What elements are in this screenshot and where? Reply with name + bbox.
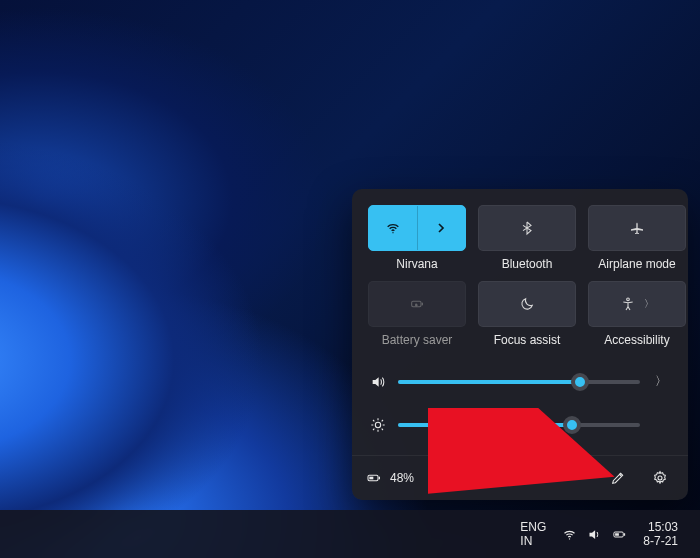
taskbar-overflow[interactable] [496, 510, 512, 558]
gear-icon [652, 470, 668, 486]
airplane-toggle[interactable] [588, 205, 686, 251]
brightness-slider-thumb[interactable] [563, 416, 581, 434]
moon-icon [519, 296, 535, 312]
bluetooth-icon [519, 220, 535, 236]
svg-point-3 [627, 298, 630, 301]
chevron-right-icon: 〉 [644, 297, 654, 311]
svg-rect-14 [615, 533, 619, 536]
tile-airplane: Airplane mode [588, 205, 686, 273]
lang-secondary: IN [520, 534, 546, 548]
quick-settings-panel: Nirvana Bluetooth Airplane mode Battery … [352, 189, 688, 500]
tile-wifi: Nirvana [368, 205, 466, 273]
battery-status[interactable]: 48% [366, 470, 414, 486]
svg-point-8 [658, 476, 662, 480]
taskbar-language[interactable]: ENG IN [512, 510, 554, 558]
wifi-icon [562, 527, 577, 542]
volume-expand[interactable]: 〉 [652, 373, 670, 390]
settings-button[interactable] [646, 464, 674, 492]
sliders-section: 〉 〉 [368, 373, 672, 433]
svg-point-4 [375, 422, 380, 427]
brightness-icon [370, 417, 386, 433]
focus-assist-label: Focus assist [494, 333, 561, 349]
volume-slider-row: 〉 [370, 373, 670, 390]
svg-rect-6 [379, 477, 380, 480]
svg-rect-7 [369, 477, 373, 480]
chevron-right-icon [433, 220, 449, 236]
pencil-icon [610, 470, 626, 486]
lang-primary: ENG [520, 520, 546, 534]
bluetooth-label: Bluetooth [502, 257, 553, 273]
speaker-icon [370, 374, 386, 390]
edit-quick-settings-button[interactable] [604, 464, 632, 492]
airplane-icon [629, 220, 645, 236]
wifi-expand[interactable] [417, 206, 466, 250]
accessibility-toggle[interactable]: 〉 [588, 281, 686, 327]
airplane-label: Airplane mode [598, 257, 675, 273]
taskbar-clock[interactable]: 15:03 8-7-21 [635, 510, 696, 558]
wifi-toggle[interactable] [368, 205, 466, 251]
accessibility-icon [620, 296, 636, 312]
battery-icon [612, 527, 627, 542]
wifi-icon [385, 220, 401, 236]
speaker-icon [587, 527, 602, 542]
svg-rect-13 [624, 533, 625, 536]
brightness-slider-row: 〉 [370, 416, 670, 433]
battery-percent-text: 48% [390, 471, 414, 485]
tile-bluetooth: Bluetooth [478, 205, 576, 273]
accessibility-label: Accessibility [604, 333, 669, 349]
brightness-slider-fill [398, 423, 572, 427]
wifi-toggle-main[interactable] [369, 206, 417, 250]
taskbar: ENG IN 15:03 8-7-21 [0, 510, 700, 558]
svg-rect-2 [422, 303, 423, 306]
volume-slider-thumb[interactable] [571, 373, 589, 391]
volume-slider-fill [398, 380, 580, 384]
tile-accessibility: 〉 Accessibility [588, 281, 686, 349]
battery-saver-label: Battery saver [382, 333, 453, 349]
volume-slider[interactable] [398, 380, 640, 384]
clock-date: 8-7-21 [643, 534, 678, 548]
tile-battery-saver: Battery saver [368, 281, 466, 349]
bluetooth-toggle[interactable] [478, 205, 576, 251]
taskbar-system-tray[interactable] [554, 510, 635, 558]
quick-settings-footer: 48% [352, 455, 688, 500]
quick-settings-tiles: Nirvana Bluetooth Airplane mode Battery … [368, 205, 672, 349]
focus-assist-toggle[interactable] [478, 281, 576, 327]
svg-point-0 [392, 232, 393, 233]
battery-saver-icon [409, 296, 425, 312]
tile-focus-assist: Focus assist [478, 281, 576, 349]
clock-time: 15:03 [643, 520, 678, 534]
svg-point-11 [569, 538, 570, 539]
wifi-label: Nirvana [396, 257, 437, 273]
battery-saver-toggle[interactable] [368, 281, 466, 327]
battery-icon [366, 470, 382, 486]
brightness-slider[interactable] [398, 423, 640, 427]
